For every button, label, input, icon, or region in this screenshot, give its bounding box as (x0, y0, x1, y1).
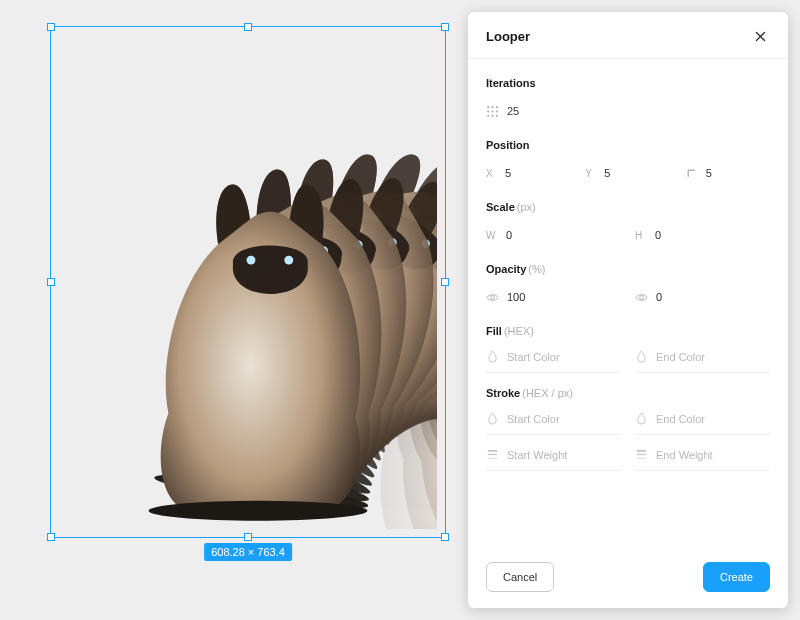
svg-point-11 (496, 114, 498, 116)
svg-point-6 (487, 110, 489, 112)
x-axis-icon: X (486, 168, 497, 179)
visibility-icon (635, 291, 648, 304)
stroke-weight-icon (635, 448, 648, 461)
width-icon: W (486, 230, 498, 241)
cancel-button[interactable]: Cancel (486, 562, 554, 592)
stroke-end-color-input[interactable] (656, 413, 770, 425)
stroke-weight-icon (486, 448, 499, 461)
droplet-icon (486, 412, 499, 425)
resize-handle[interactable] (47, 23, 55, 31)
resize-handle[interactable] (441, 23, 449, 31)
position-x-input[interactable] (505, 167, 571, 179)
resize-handle[interactable] (441, 278, 449, 286)
svg-point-0 (247, 256, 256, 265)
position-rotation-input[interactable] (706, 167, 770, 179)
scale-w-input[interactable] (506, 229, 621, 241)
svg-point-2 (149, 501, 368, 521)
resize-handle[interactable] (47, 533, 55, 541)
stroke-end-weight-input[interactable] (656, 449, 770, 461)
iterations-input[interactable] (507, 105, 770, 117)
visibility-icon (486, 291, 499, 304)
resize-handle[interactable] (47, 278, 55, 286)
scale-h-input[interactable] (655, 229, 770, 241)
selection-size-badge: 608.28 × 763.4 (204, 543, 292, 561)
opacity-end-input[interactable] (656, 291, 770, 303)
resize-handle[interactable] (441, 533, 449, 541)
looper-panel: Looper Iterations Position X Y (468, 12, 788, 608)
close-icon (754, 30, 767, 43)
close-button[interactable] (750, 26, 770, 46)
svg-point-8 (496, 110, 498, 112)
height-icon: H (635, 230, 647, 241)
panel-body: Iterations Position X Y (468, 59, 788, 548)
svg-point-5 (496, 106, 498, 108)
panel-footer: Cancel Create (468, 548, 788, 608)
position-label: Position (486, 139, 770, 151)
scale-label: Scale(px) (486, 201, 770, 213)
opacity-label: Opacity(%) (486, 263, 770, 275)
svg-point-4 (491, 106, 493, 108)
selected-artwork[interactable] (59, 35, 437, 529)
y-axis-icon: Y (585, 168, 596, 179)
canvas-area: 608.28 × 763.4 (50, 26, 446, 556)
iterations-icon (486, 105, 499, 118)
fill-start-color-input[interactable] (507, 351, 621, 363)
resize-handle[interactable] (244, 23, 252, 31)
svg-point-3 (487, 106, 489, 108)
stroke-start-color-input[interactable] (507, 413, 621, 425)
droplet-icon (635, 412, 648, 425)
panel-header: Looper (468, 12, 788, 59)
droplet-icon (486, 350, 499, 363)
resize-handle[interactable] (244, 533, 252, 541)
panel-title: Looper (486, 29, 530, 44)
svg-point-9 (487, 114, 489, 116)
rotation-icon (685, 167, 698, 180)
stroke-start-weight-input[interactable] (507, 449, 621, 461)
create-button[interactable]: Create (703, 562, 770, 592)
svg-point-12 (491, 295, 495, 299)
droplet-icon (635, 350, 648, 363)
iterations-label: Iterations (486, 77, 770, 89)
fill-label: Fill(HEX) (486, 325, 770, 337)
selection-frame[interactable]: 608.28 × 763.4 (50, 26, 446, 538)
svg-point-10 (491, 114, 493, 116)
svg-point-13 (640, 295, 644, 299)
svg-point-1 (284, 256, 293, 265)
fill-end-color-input[interactable] (656, 351, 770, 363)
opacity-start-input[interactable] (507, 291, 621, 303)
stroke-label: Stroke(HEX / px) (486, 387, 770, 399)
position-y-input[interactable] (604, 167, 670, 179)
svg-point-7 (491, 110, 493, 112)
